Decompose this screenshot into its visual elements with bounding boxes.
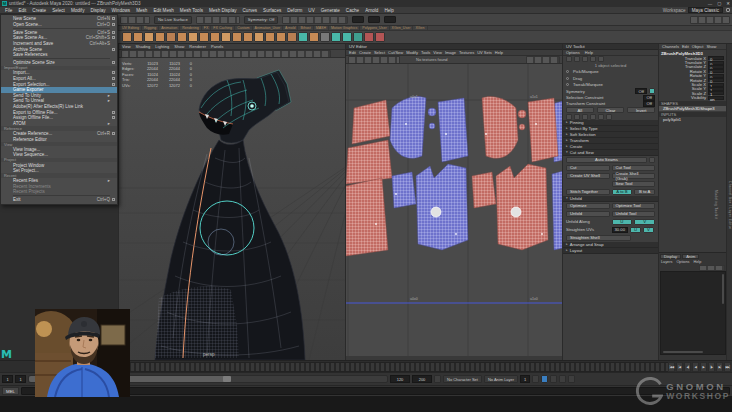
playback-button[interactable]: |◀◀: [668, 362, 675, 372]
auto-key-icon[interactable]: [541, 375, 548, 383]
unfold-v-button[interactable]: V: [634, 219, 655, 225]
extrude-icon[interactable]: [342, 32, 352, 42]
poly-sphere-icon[interactable]: [122, 32, 132, 42]
option-box-icon[interactable]: [112, 111, 115, 114]
stitch-a-to-b-button[interactable]: A to B: [612, 189, 633, 195]
sidebar-vertical-tab[interactable]: Modeling Toolkit: [714, 190, 718, 219]
straighten-v-button[interactable]: V: [643, 227, 654, 233]
uv-editor-menu-item[interactable]: Create: [359, 50, 371, 55]
straighten-u-button[interactable]: U: [630, 227, 641, 233]
poly-cone-icon[interactable]: [155, 32, 165, 42]
poly-cylinder-icon[interactable]: [144, 32, 154, 42]
poly-spiral-icon[interactable]: [232, 32, 242, 42]
perspective-viewport[interactable]: ViewShadingLightingShowRendererPanels Ve…: [118, 44, 345, 360]
close-button[interactable]: ✕: [726, 1, 730, 6]
distortion-icon[interactable]: [566, 114, 572, 120]
shelf-tab[interactable]: Rendering: [180, 26, 202, 30]
layer-editor-tab[interactable]: Anim: [682, 254, 699, 259]
selection-action-button[interactable]: All: [566, 107, 594, 113]
option-box-icon[interactable]: [112, 61, 115, 64]
sew-tool-button[interactable]: Sew Tool: [612, 181, 656, 187]
select-edge-icon[interactable]: [574, 56, 580, 62]
channel-box-menu-item[interactable]: Channels: [662, 44, 679, 49]
sidebar-toggle-icons[interactable]: [690, 16, 730, 24]
dragon-model-render[interactable]: [119, 58, 346, 360]
workspace-selector[interactable]: Maya Classic: [688, 7, 723, 13]
shelf-tab[interactable]: Arnold: [283, 26, 298, 30]
menubar-item[interactable]: Modify: [68, 8, 88, 13]
option-box-icon[interactable]: [112, 116, 115, 119]
straighten-shell-button[interactable]: Straighten Shell: [566, 235, 631, 241]
selection-constraint-select[interactable]: Off: [643, 95, 655, 101]
unfold-button[interactable]: Unfold: [566, 211, 610, 217]
viewport-menu-item[interactable]: Show: [174, 44, 184, 49]
sidebar-vertical-tab[interactable]: Channel Box / Layer Editor: [728, 181, 732, 230]
shelf-tab[interactable]: UV Editing: [120, 26, 142, 30]
playback-options-icon[interactable]: [434, 375, 441, 383]
mel-language-toggle[interactable]: MEL: [2, 387, 19, 395]
playback-button[interactable]: ▶▶|: [724, 362, 731, 372]
poly-helix-icon[interactable]: [254, 32, 264, 42]
uv-editor-menu-item[interactable]: Tools: [421, 50, 430, 55]
select-uv-icon[interactable]: [590, 56, 596, 62]
channel-attribute-row[interactable]: Visibilityon: [659, 96, 726, 100]
poly-pipe-icon[interactable]: [243, 32, 253, 42]
workspace-lock-icon[interactable]: [726, 8, 730, 12]
stitch-together-button[interactable]: Stitch Together: [566, 189, 610, 195]
poly-plane-icon[interactable]: [177, 32, 187, 42]
viewport-toolbar-icons[interactable]: [121, 50, 331, 58]
poly-cube-icon[interactable]: [133, 32, 143, 42]
no-snap-icon[interactable]: [559, 375, 566, 383]
menubar-item[interactable]: Help: [381, 8, 396, 13]
menubar-item[interactable]: Mesh Display: [206, 8, 240, 13]
select-shell-icon[interactable]: [598, 56, 604, 62]
selection-mask-icons[interactable]: [120, 16, 150, 24]
select-face-icon[interactable]: [582, 56, 588, 62]
create-uv-shell-button[interactable]: Create UV Shell: [566, 173, 610, 179]
playback-button[interactable]: |▶: [708, 362, 715, 372]
option-box-icon[interactable]: [112, 48, 115, 51]
live-surface-dropdown[interactable]: No Live Surface: [154, 16, 192, 24]
menubar-item[interactable]: Edit Mesh: [150, 8, 176, 13]
viewport-menu-item[interactable]: Shading: [136, 44, 151, 49]
shelf-tab[interactable]: Polygons_User: [360, 26, 389, 30]
layer-editor-menu-item[interactable]: Options: [676, 260, 689, 264]
channel-box-menu-item[interactable]: Edit: [682, 44, 689, 49]
channel-box-menu-item[interactable]: Show: [706, 44, 716, 49]
option-box-icon[interactable]: [112, 23, 115, 26]
range-handle[interactable]: [223, 376, 231, 382]
uv-editor-menu-item[interactable]: Modify: [406, 50, 418, 55]
menubar-item[interactable]: Generate: [318, 8, 343, 13]
option-box-icon[interactable]: [112, 31, 115, 34]
file-menu-item[interactable]: Exit Ctrl+Q: [1, 197, 117, 203]
timeline-ruler[interactable]: [120, 362, 672, 372]
uv-toolkit-menu-item[interactable]: Options: [566, 50, 580, 55]
unfold-u-button[interactable]: U: [612, 219, 633, 225]
playback-button[interactable]: ▶|: [716, 362, 723, 372]
poly-platonic-icon[interactable]: [287, 32, 297, 42]
select-vertex-icon[interactable]: [566, 56, 572, 62]
menubar-item[interactable]: File: [2, 8, 15, 13]
symmetry-select[interactable]: Off: [635, 88, 647, 94]
menubar-item[interactable]: Windows: [109, 8, 134, 13]
borders-icon[interactable]: [590, 114, 596, 120]
optimize-tool-button[interactable]: Optimize Tool: [612, 203, 656, 209]
menubar-item[interactable]: Cache: [343, 8, 362, 13]
shelf-tab[interactable]: FX Caching: [211, 26, 235, 30]
uv-toolbar-icons[interactable]: [348, 56, 400, 64]
shelf-tab[interactable]: Bifrost: [298, 26, 313, 30]
layer-list[interactable]: [660, 271, 726, 355]
input-field-1[interactable]: [352, 16, 364, 23]
shelf-tab[interactable]: XGen_User: [390, 26, 414, 30]
menubar-item[interactable]: Curves: [240, 8, 261, 13]
shape-node-row[interactable]: ZBrushPolyMesh3DShape3: [659, 106, 726, 111]
bevel-icon[interactable]: [353, 32, 363, 42]
viewport-menu-item[interactable]: Renderer: [189, 44, 206, 49]
playback-end-field[interactable]: 120: [390, 375, 410, 383]
menubar-item[interactable]: Create: [29, 8, 49, 13]
sculpt-tool-icon[interactable]: [298, 32, 308, 42]
anim-end-field[interactable]: 200: [412, 375, 432, 383]
uv-toolkit-menu-item[interactable]: Help: [585, 50, 593, 55]
shelf-tab[interactable]: Motion Graphics: [329, 26, 360, 30]
uv-canvas[interactable]: u0v1u1v1 u0v0u1v0: [346, 64, 563, 356]
